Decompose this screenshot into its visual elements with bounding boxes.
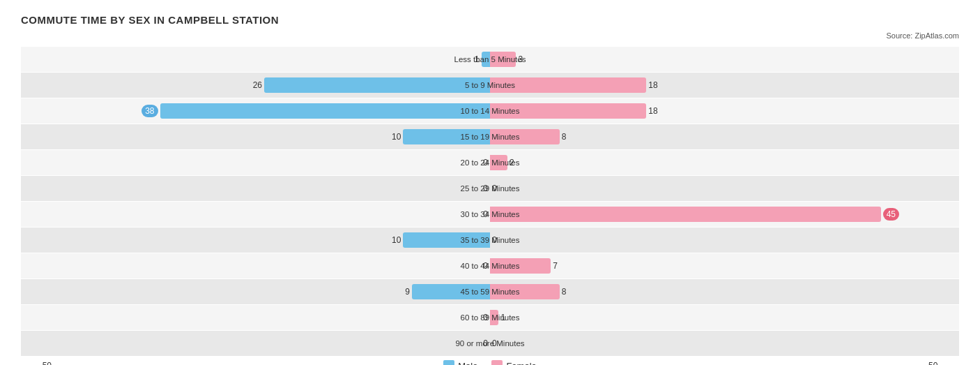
male-bar-wrap: 9 bbox=[56, 284, 490, 299]
male-bar bbox=[482, 52, 490, 67]
male-value: 0 bbox=[483, 338, 488, 348]
legend-female-label: Female bbox=[506, 361, 536, 366]
female-value: 8 bbox=[562, 287, 567, 297]
chart-row: 0 25 to 29 Minutes 0 bbox=[21, 176, 959, 201]
male-value: 0 bbox=[483, 158, 488, 167]
female-value: 3 bbox=[518, 54, 523, 64]
male-bar bbox=[403, 232, 490, 248]
female-bar-wrap: 7 bbox=[490, 258, 924, 274]
bars-container: 38 10 to 14 Minutes 18 bbox=[56, 98, 924, 124]
chart-row: 38 10 to 14 Minutes 18 bbox=[21, 98, 959, 124]
chart-title: COMMUTE TIME BY SEX IN CAMPBELL STATION bbox=[21, 14, 959, 26]
female-value: 7 bbox=[553, 261, 558, 271]
female-bar-wrap: 8 bbox=[490, 129, 924, 144]
male-bar-wrap: 1 bbox=[56, 52, 490, 67]
male-bar bbox=[403, 129, 490, 144]
female-bar-wrap: 0 bbox=[490, 336, 924, 351]
male-bar-wrap: 0 bbox=[56, 207, 490, 222]
male-bar bbox=[412, 284, 490, 299]
bars-container: 0 90 or more Minutes 0 bbox=[56, 331, 924, 356]
chart-row: 26 5 to 9 Minutes 18 bbox=[21, 73, 959, 98]
female-bar bbox=[490, 310, 498, 325]
chart-row: 10 15 to 19 Minutes 8 bbox=[21, 124, 959, 149]
male-value: 26 bbox=[253, 80, 262, 90]
male-bar-wrap: 10 bbox=[56, 232, 490, 248]
female-bar-wrap: 18 bbox=[490, 77, 924, 93]
axis-left-label: 50 bbox=[21, 361, 56, 365]
male-bar-wrap: 0 bbox=[56, 155, 490, 170]
legend-male-label: Male bbox=[458, 361, 477, 366]
female-bar bbox=[490, 77, 646, 93]
bars-container: 0 60 to 89 Minutes 1 bbox=[56, 305, 924, 330]
male-value: 1 bbox=[475, 54, 480, 64]
female-bar-wrap: 45 bbox=[490, 207, 924, 222]
legend-male: Male bbox=[443, 360, 477, 365]
female-bar-wrap: 8 bbox=[490, 284, 924, 299]
male-bar bbox=[264, 77, 490, 93]
male-value: 9 bbox=[405, 287, 410, 297]
chart-row: 0 90 or more Minutes 0 bbox=[21, 331, 959, 356]
female-value: 1 bbox=[500, 313, 505, 322]
bars-container: 26 5 to 9 Minutes 18 bbox=[56, 73, 924, 98]
male-bar-wrap: 26 bbox=[56, 77, 490, 93]
chart-area: 1 Less than 5 Minutes 3 26 5 to 9 Minute… bbox=[21, 47, 959, 356]
male-value: 0 bbox=[483, 184, 488, 193]
female-bar-wrap: 3 bbox=[490, 52, 924, 67]
female-value: 0 bbox=[492, 184, 497, 193]
female-value: 2 bbox=[510, 158, 514, 167]
bars-container: 9 45 to 59 Minutes 8 bbox=[56, 279, 924, 304]
chart-row: 10 35 to 39 Minutes 0 bbox=[21, 228, 959, 253]
male-value: 10 bbox=[392, 235, 401, 245]
female-bar-wrap: 2 bbox=[490, 155, 924, 170]
male-bar-wrap: 10 bbox=[56, 129, 490, 144]
male-value: 10 bbox=[392, 132, 401, 142]
bars-container: 10 35 to 39 Minutes 0 bbox=[56, 228, 924, 253]
female-bar bbox=[490, 258, 551, 274]
bars-container: 1 Less than 5 Minutes 3 bbox=[56, 47, 924, 72]
chart-row: 0 60 to 89 Minutes 1 bbox=[21, 305, 959, 330]
chart-row: 0 20 to 24 Minutes 2 bbox=[21, 150, 959, 175]
male-value: 0 bbox=[483, 261, 488, 271]
male-value-badge: 38 bbox=[141, 105, 158, 117]
legend-female: Female bbox=[491, 360, 536, 365]
female-bar bbox=[490, 207, 881, 222]
male-bar-wrap: 0 bbox=[56, 258, 490, 274]
male-bar bbox=[160, 103, 490, 119]
male-bar-wrap: 0 bbox=[56, 336, 490, 351]
bars-container: 0 20 to 24 Minutes 2 bbox=[56, 150, 924, 175]
male-bar-wrap: 0 bbox=[56, 310, 490, 325]
female-color-box bbox=[491, 360, 503, 365]
female-bar-wrap: 1 bbox=[490, 310, 924, 325]
female-value-badge: 45 bbox=[883, 208, 899, 221]
chart-row: 9 45 to 59 Minutes 8 bbox=[21, 279, 959, 304]
bars-container: 0 25 to 29 Minutes 0 bbox=[56, 176, 924, 201]
chart-row: 0 40 to 44 Minutes 7 bbox=[21, 253, 959, 278]
female-bar bbox=[490, 155, 507, 170]
female-bar-wrap: 0 bbox=[490, 232, 924, 248]
male-value: 0 bbox=[483, 313, 488, 322]
axis-right-label: 50 bbox=[924, 361, 959, 365]
female-value: 0 bbox=[492, 338, 497, 348]
bars-container: 0 40 to 44 Minutes 7 bbox=[56, 253, 924, 278]
male-color-box bbox=[443, 360, 454, 365]
female-bar bbox=[490, 103, 646, 119]
female-bar bbox=[490, 52, 516, 67]
chart-row: 1 Less than 5 Minutes 3 bbox=[21, 47, 959, 72]
male-bar-wrap: 0 bbox=[56, 181, 490, 196]
female-bar-wrap: 18 bbox=[490, 103, 924, 119]
female-value: 18 bbox=[648, 80, 657, 90]
female-bar bbox=[490, 129, 560, 144]
male-value: 0 bbox=[483, 209, 488, 219]
female-value: 8 bbox=[562, 132, 567, 142]
female-value: 0 bbox=[492, 235, 497, 245]
bars-container: 10 15 to 19 Minutes 8 bbox=[56, 124, 924, 149]
source-text: Source: ZipAtlas.com bbox=[21, 31, 959, 40]
male-bar-wrap: 38 bbox=[56, 103, 490, 119]
chart-row: 0 30 to 34 Minutes 45 bbox=[21, 202, 959, 227]
female-value: 18 bbox=[648, 106, 657, 116]
bars-container: 0 30 to 34 Minutes 45 bbox=[56, 202, 924, 227]
female-bar-wrap: 0 bbox=[490, 181, 924, 196]
female-bar bbox=[490, 284, 560, 299]
